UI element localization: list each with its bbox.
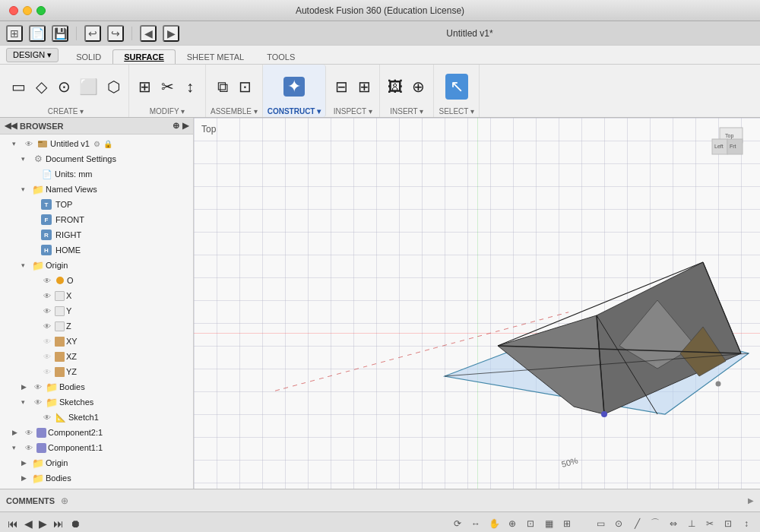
settings-gear-icon[interactable]: ⚙: [93, 140, 100, 148]
tree-item-named-views[interactable]: ▾ 📁 Named Views: [0, 182, 193, 197]
eye-component2[interactable]: 👁: [23, 426, 35, 439]
tree-item-component1[interactable]: ▾ 👁 Component1:1: [0, 440, 193, 455]
tree-item-bodies-c1[interactable]: ▶ 📁 Bodies: [0, 470, 193, 486]
create-extrude-btn[interactable]: ▭: [8, 78, 29, 96]
playback-record-btn[interactable]: ⏺: [68, 518, 82, 530]
create-revolve-btn[interactable]: ◇: [30, 78, 52, 96]
eye-x[interactable]: 👁: [41, 290, 53, 302]
sketch-mirror-btn[interactable]: ↕: [739, 516, 754, 531]
tree-item-xy[interactable]: 👁 XY: [0, 334, 193, 349]
tree-item-yz[interactable]: 👁 YZ: [0, 364, 193, 379]
tree-item-origin[interactable]: ▾ 📁 Origin: [0, 258, 193, 273]
zoom-btn[interactable]: ⊕: [505, 516, 520, 531]
tree-item-home[interactable]: H HOME: [0, 242, 193, 258]
tab-surface[interactable]: SURFACE: [112, 49, 176, 64]
tree-item-z[interactable]: 👁 Z: [0, 318, 193, 334]
maximize-button[interactable]: [36, 6, 46, 15]
orbit-btn[interactable]: ⟳: [450, 516, 465, 531]
sketch-rect-btn[interactable]: ▭: [593, 516, 608, 531]
tab-tools[interactable]: TOOLS: [255, 49, 306, 64]
create-sweep-btn[interactable]: ⊙: [53, 78, 74, 96]
grid-btn[interactable]: ⊞: [559, 516, 575, 531]
playback-start-btn[interactable]: ⏮: [6, 518, 20, 530]
tree-item-right[interactable]: R RIGHT: [0, 227, 193, 242]
eye-sketch1[interactable]: 👁: [41, 411, 53, 423]
save-button[interactable]: 💾: [52, 25, 68, 42]
display-mode-btn[interactable]: ▦: [541, 516, 556, 531]
assemble-joint-btn[interactable]: ⊡: [235, 78, 256, 96]
forward-button[interactable]: ▶: [163, 25, 179, 42]
eye-xy[interactable]: 👁: [41, 335, 53, 347]
viewport[interactable]: Top: [194, 118, 760, 489]
tree-item-xz[interactable]: 👁 XZ: [0, 349, 193, 364]
eye-sketches[interactable]: 👁: [32, 396, 44, 408]
group-construct-label[interactable]: CONSTRUCT: [268, 106, 321, 116]
inspect-section-btn[interactable]: ⊞: [353, 78, 375, 96]
sketch-constraint-btn[interactable]: ⊥: [684, 516, 699, 531]
modify-press-pull-btn[interactable]: ⊞: [134, 78, 155, 96]
select-btn[interactable]: ↖: [445, 74, 468, 100]
browser-collapse-icon[interactable]: ◀◀: [5, 121, 17, 131]
undo-button[interactable]: ↩: [84, 25, 101, 42]
group-assemble-label[interactable]: ASSEMBLE: [211, 106, 258, 116]
redo-button[interactable]: ↪: [107, 25, 124, 42]
browser-collapse-right-icon[interactable]: ▶: [182, 121, 188, 131]
grid-menu-button[interactable]: ⊞: [6, 25, 23, 42]
tree-item-y[interactable]: 👁 Y: [0, 303, 193, 318]
playback-play-btn[interactable]: ▶: [37, 518, 49, 530]
eye-xz[interactable]: 👁: [41, 350, 53, 363]
comments-add-icon[interactable]: ⊕: [61, 496, 68, 506]
eye-bodies[interactable]: 👁: [32, 381, 44, 393]
tree-item-document[interactable]: ▾ 👁 Untitled v1 ⚙ 🔒: [0, 136, 193, 151]
tree-item-units[interactable]: 📄 Units: mm: [0, 166, 193, 182]
tree-item-bodies[interactable]: ▶ 👁 📁 Bodies: [0, 379, 193, 394]
tree-item-o[interactable]: 👁 O: [0, 273, 193, 288]
insert-image-btn[interactable]: 🖼: [385, 78, 406, 96]
back-button[interactable]: ◀: [140, 25, 157, 42]
file-button[interactable]: 📄: [29, 25, 46, 42]
modify-fillet-btn[interactable]: ✂: [157, 78, 178, 96]
sketch-arc-btn[interactable]: ⌒: [648, 516, 663, 531]
tree-item-front[interactable]: F FRONT: [0, 212, 193, 227]
fit-btn[interactable]: ⊡: [523, 516, 538, 531]
design-dropdown[interactable]: DESIGN ▾: [6, 48, 59, 62]
tab-sheet-metal[interactable]: SHEET METAL: [176, 49, 255, 64]
eye-z[interactable]: 👁: [41, 320, 53, 332]
tree-item-doc-settings[interactable]: ▾ ⚙ Document Settings: [0, 151, 193, 166]
tree-item-component2[interactable]: ▶ 👁 Component2:1: [0, 425, 193, 440]
modify-scale-btn[interactable]: ↕: [179, 78, 201, 96]
tree-item-sketches[interactable]: ▾ 👁 📁 Sketches: [0, 394, 193, 410]
construct-plane-btn[interactable]: ✦: [283, 77, 305, 97]
eye-document[interactable]: 👁: [23, 138, 35, 150]
tree-item-x[interactable]: 👁 X: [0, 288, 193, 303]
eye-o[interactable]: 👁: [41, 274, 53, 287]
sketch-trim-btn[interactable]: ✂: [702, 516, 717, 531]
sketch-dim-btn[interactable]: ⇔: [666, 516, 681, 531]
create-loft-btn[interactable]: ⬜: [76, 78, 101, 96]
comments-collapse-icon[interactable]: ▶: [748, 496, 754, 505]
sketch-circle-btn[interactable]: ⊙: [611, 516, 626, 531]
create-patch-btn[interactable]: ⬡: [103, 78, 124, 96]
sketch-line-btn[interactable]: ╱: [629, 516, 644, 531]
tree-item-origin-c1[interactable]: ▶ 📁 Origin: [0, 455, 193, 470]
tree-item-sketch1[interactable]: 👁 📐 Sketch1: [0, 410, 193, 425]
minimize-button[interactable]: [23, 6, 32, 15]
group-select-label[interactable]: SELECT: [439, 106, 475, 116]
pan-btn[interactable]: ✋: [486, 516, 502, 531]
playback-next-btn[interactable]: ⏭: [52, 518, 65, 530]
eye-yz[interactable]: 👁: [41, 366, 53, 378]
insert-import-btn[interactable]: ⊕: [407, 78, 429, 96]
group-inspect-label[interactable]: INSPECT: [334, 106, 372, 116]
group-create-label[interactable]: CREATE: [48, 106, 84, 116]
tree-item-top[interactable]: T TOP: [0, 197, 193, 212]
look-at-btn[interactable]: ↔: [468, 516, 483, 531]
view-cube[interactable]: Top Left Frt: [708, 124, 754, 167]
close-button[interactable]: [9, 6, 18, 15]
inspect-measure-btn[interactable]: ⊟: [331, 78, 352, 96]
assemble-new-component-btn[interactable]: ⧉: [212, 78, 233, 96]
eye-component1[interactable]: 👁: [23, 442, 35, 454]
group-modify-label[interactable]: MODIFY: [150, 106, 185, 116]
group-insert-label[interactable]: INSERT: [390, 106, 423, 116]
playback-prev-btn[interactable]: ◀: [23, 518, 34, 530]
tab-solid[interactable]: SOLID: [65, 49, 112, 64]
